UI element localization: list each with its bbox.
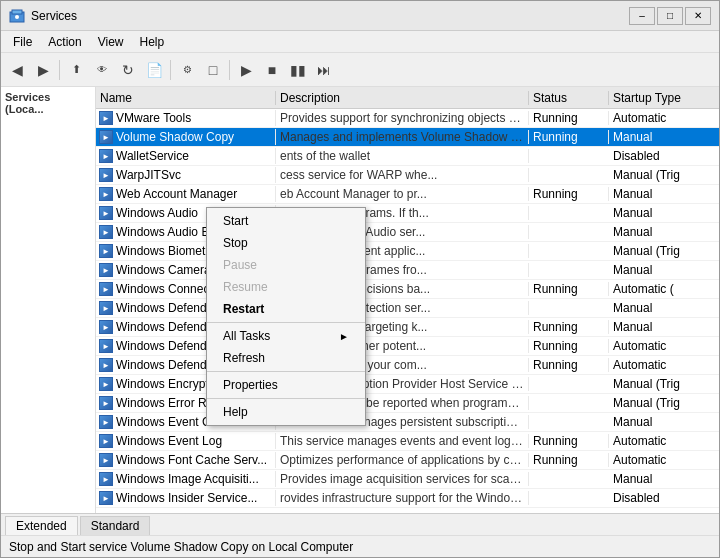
row-desc-cell: eb Account Manager to pr... [276,187,529,201]
table-body: ► VMware Tools Provides support for sync… [96,109,719,513]
properties-button[interactable]: ⚙ [175,58,199,82]
table-row[interactable]: ► VMware Tools Provides support for sync… [96,109,719,128]
table-row[interactable]: ► Windows Defender Antivi usion attempts… [96,318,719,337]
table-row[interactable]: ► WalletService ents of the wallet Disab… [96,147,719,166]
forward-button[interactable]: ▶ [31,58,55,82]
toolbar-sep-1 [59,60,60,80]
service-icon: ► [98,376,114,392]
context-menu-item-all-tasks[interactable]: All Tasks► [207,325,365,347]
service-icon: ► [98,205,114,221]
status-bar: Stop and Start service Volume Shadow Cop… [1,535,719,557]
menu-view[interactable]: View [90,33,132,51]
context-menu-item-restart[interactable]: Restart [207,298,365,320]
svg-rect-1 [12,10,22,14]
row-desc-cell: Provides image acquisition services for … [276,472,529,486]
service-icon: ► [98,357,114,373]
header-desc[interactable]: Description [276,91,529,105]
table-row[interactable]: ► Windows Encryption Prov... Windows Enc… [96,375,719,394]
back-button[interactable]: ◀ [5,58,29,82]
row-status-cell: Running [529,453,609,467]
table-row[interactable]: ► Windows Audio ows-based programs. If t… [96,204,719,223]
export-button[interactable]: 📄 [142,58,166,82]
restart-button[interactable]: ⏭ [312,58,336,82]
row-name: WalletService [116,149,189,163]
toolbar: ◀ ▶ ⬆ 👁 ↻ 📄 ⚙ □ ▶ ■ ▮▮ ⏭ [1,53,719,87]
row-startup-cell: Automatic [609,358,719,372]
up-button[interactable]: ⬆ [64,58,88,82]
service-icon: ► [98,262,114,278]
context-menu-item-refresh[interactable]: Refresh [207,347,365,369]
table-row[interactable]: ► WarpJITSvc cess service for WARP whe..… [96,166,719,185]
ctx-item-label: Refresh [223,351,265,365]
table-row[interactable]: ► Windows Defender Advan nced Threat Pro… [96,299,719,318]
maximize-button[interactable]: □ [657,7,683,25]
table-row[interactable]: ► Windows Event Log This service manages… [96,432,719,451]
tab-standard[interactable]: Standard [80,516,151,535]
table-row[interactable]: ► Windows Insider Service... rovides inf… [96,489,719,508]
refresh-button[interactable]: ↻ [116,58,140,82]
context-menu-separator [207,322,365,323]
row-name: Windows Audio [116,206,198,220]
table-row[interactable]: ► Windows Image Acquisiti... Provides im… [96,470,719,489]
menu-file[interactable]: File [5,33,40,51]
row-startup-cell: Manual (Trig [609,168,719,182]
header-name[interactable]: Name [96,91,276,105]
service-icon: ► [98,395,114,411]
context-menu-item-stop[interactable]: Stop [207,232,365,254]
ctx-item-label: Pause [223,258,257,272]
service-icon: ► [98,110,114,126]
close-button[interactable]: ✕ [685,7,711,25]
row-startup-cell: Disabled [609,149,719,163]
row-startup-cell: Manual [609,472,719,486]
toolbar-sep-2 [170,60,171,80]
menu-help[interactable]: Help [132,33,173,51]
ctx-item-label: Help [223,405,248,419]
table-row[interactable]: ► Web Account Manager eb Account Manager… [96,185,719,204]
row-startup-cell: Manual (Trig [609,244,719,258]
table-row[interactable]: ► Windows Audio Endpoint or the Windows … [96,223,719,242]
service-icon: ► [98,338,114,354]
header-startup[interactable]: Startup Type [609,91,719,105]
table-row[interactable]: ► Windows Error Reporting ... Allows err… [96,394,719,413]
header-status[interactable]: Status [529,91,609,105]
table-row[interactable]: ► Windows Defender Firewa all helps prot… [96,356,719,375]
row-status-cell: Running [529,339,609,353]
table-row[interactable]: ► Windows Defender Antivi malware and ot… [96,337,719,356]
menu-bar: File Action View Help [1,31,719,53]
menu-action[interactable]: Action [40,33,89,51]
service-icon: ► [98,167,114,183]
show-hide-button[interactable]: 👁 [90,58,114,82]
stop-button[interactable]: ■ [260,58,284,82]
ctx-item-label: Properties [223,378,278,392]
table-row[interactable]: ► Windows Font Cache Serv... Optimizes p… [96,451,719,470]
window-title: Services [31,9,629,23]
tab-extended[interactable]: Extended [5,516,78,536]
row-desc-cell: Optimizes performance of applications by… [276,453,529,467]
new-window-button[interactable]: □ [201,58,225,82]
context-menu: StartStopPauseResumeRestartAll Tasks►Ref… [206,207,366,426]
row-startup-cell: Automatic [609,453,719,467]
row-name: WarpJITSvc [116,168,181,182]
row-status-cell: Running [529,358,609,372]
context-menu-item-start[interactable]: Start [207,210,365,232]
context-menu-item-help[interactable]: Help [207,401,365,423]
pause-button[interactable]: ▮▮ [286,58,310,82]
app-icon [9,8,25,24]
context-menu-item-properties[interactable]: Properties [207,374,365,396]
context-menu-separator [207,398,365,399]
service-icon: ► [98,186,114,202]
row-startup-cell: Manual [609,415,719,429]
service-icon: ► [98,414,114,430]
row-name-cell: ► WarpJITSvc [96,167,276,183]
table-row[interactable]: ► Volume Shadow Copy Manages and impleme… [96,128,719,147]
row-startup-cell: Manual [609,263,719,277]
minimize-button[interactable]: – [629,7,655,25]
row-desc-cell: This service manages events and event lo… [276,434,529,448]
table-row[interactable]: ► Windows Biometric Servic service gives… [96,242,719,261]
ctx-item-label: All Tasks [223,329,270,343]
service-icon: ► [98,224,114,240]
play-button[interactable]: ▶ [234,58,258,82]
table-row[interactable]: ► Windows Connection Ma. ct/disconnect d… [96,280,719,299]
table-row[interactable]: ► Windows Event Collector This service m… [96,413,719,432]
table-row[interactable]: ► Windows Camera Frame S o access video … [96,261,719,280]
